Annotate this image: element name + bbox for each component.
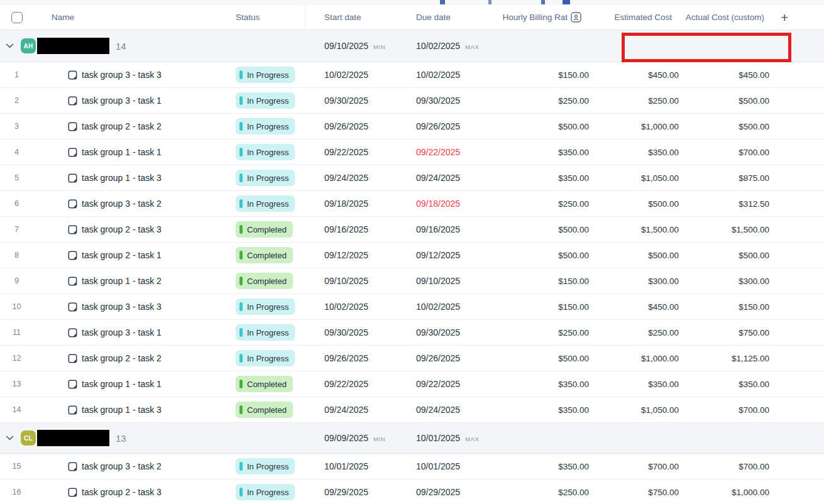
hourly-rate-cell[interactable]: $250.00 xyxy=(497,328,589,337)
task-name-cell[interactable]: task group 3 - task 1 xyxy=(33,96,229,106)
chevron-down-icon[interactable] xyxy=(6,43,14,48)
actual-cost-cell[interactable]: $350.00 xyxy=(679,380,769,389)
hourly-rate-cell[interactable]: $150.00 xyxy=(497,277,589,286)
task-name-cell[interactable]: task group 1 - task 3 xyxy=(33,405,229,415)
due-date-cell[interactable]: 10/02/2025 xyxy=(397,70,497,80)
task-name-cell[interactable]: task group 2 - task 2 xyxy=(33,121,229,131)
estimated-cost-cell[interactable]: $1,000.00 xyxy=(589,122,679,131)
task-name-cell[interactable]: task group 3 - task 2 xyxy=(33,199,229,209)
table-row[interactable]: 7task group 2 - task 3Completed09/16/202… xyxy=(0,217,824,243)
estimated-cost-cell[interactable]: $450.00 xyxy=(589,302,679,312)
actual-cost-cell[interactable]: $500.00 xyxy=(679,122,769,131)
task-name-cell[interactable]: task group 2 - task 3 xyxy=(33,487,229,497)
status-cell[interactable]: In Progress xyxy=(229,170,305,186)
hourly-rate-cell[interactable]: $250.00 xyxy=(497,199,589,209)
column-header-hourly-billing-rate[interactable]: Hourly Billing Rat xyxy=(497,5,589,30)
status-badge[interactable]: Completed xyxy=(236,247,293,263)
hourly-rate-cell[interactable]: $500.00 xyxy=(497,354,589,363)
table-row[interactable]: 3task group 2 - task 2In Progress09/26/2… xyxy=(0,114,824,140)
actual-cost-cell[interactable]: $1,125.00 xyxy=(679,354,769,363)
task-name-cell[interactable]: task group 2 - task 1 xyxy=(33,250,229,260)
table-row[interactable]: 6task group 3 - task 2In Progress09/18/2… xyxy=(0,191,824,217)
status-badge[interactable]: In Progress xyxy=(236,324,295,341)
hourly-rate-cell[interactable]: $350.00 xyxy=(497,405,589,415)
table-row[interactable]: 13task group 1 - task 1Completed09/22/20… xyxy=(0,371,824,397)
start-date-cell[interactable]: 09/30/2025 xyxy=(305,327,397,337)
group-due-date-cell[interactable]: 10/01/2025MAX xyxy=(397,433,497,443)
status-badge[interactable]: In Progress xyxy=(236,144,295,160)
actual-cost-cell[interactable]: $150.00 xyxy=(679,302,769,312)
actual-cost-cell[interactable]: $700.00 xyxy=(679,462,769,471)
table-row[interactable]: 9task group 1 - task 2Completed09/10/202… xyxy=(0,268,824,294)
start-date-cell[interactable]: 09/22/2025 xyxy=(305,147,397,157)
due-date-cell[interactable]: 09/22/2025 xyxy=(397,147,497,157)
table-row[interactable]: 5task group 1 - task 3In Progress09/24/2… xyxy=(0,165,824,191)
column-header-name[interactable]: Name xyxy=(33,5,229,30)
group-row[interactable]: CL1309/09/2025MIN10/01/2025MAX xyxy=(0,423,824,454)
estimated-cost-cell[interactable]: $750.00 xyxy=(589,488,679,497)
due-date-cell[interactable]: 09/30/2025 xyxy=(397,327,497,337)
actual-cost-cell[interactable]: $700.00 xyxy=(679,148,769,157)
estimated-cost-cell[interactable]: $1,050.00 xyxy=(589,405,679,415)
actual-cost-cell[interactable]: $500.00 xyxy=(679,96,769,106)
hourly-rate-cell[interactable]: $150.00 xyxy=(497,302,589,312)
table-row[interactable]: 14task group 1 - task 3Completed09/24/20… xyxy=(0,397,824,423)
actual-cost-cell[interactable]: $700.00 xyxy=(679,405,769,415)
hourly-rate-cell[interactable]: $350.00 xyxy=(497,462,589,471)
column-header-estimated-cost[interactable]: Estimated Cost xyxy=(589,5,679,30)
status-cell[interactable]: In Progress xyxy=(229,67,305,83)
start-date-cell[interactable]: 09/26/2025 xyxy=(305,121,397,131)
estimated-cost-cell[interactable]: $300.00 xyxy=(589,277,679,286)
select-all-checkbox[interactable] xyxy=(11,12,23,23)
estimated-cost-cell[interactable]: $1,500.00 xyxy=(589,225,679,234)
start-date-cell[interactable]: 09/16/2025 xyxy=(305,224,397,234)
column-header-start-date[interactable]: Start date xyxy=(305,5,397,30)
due-date-cell[interactable]: 09/24/2025 xyxy=(397,173,497,183)
status-badge[interactable]: In Progress xyxy=(236,92,295,109)
status-badge[interactable]: In Progress xyxy=(236,484,295,500)
due-date-cell[interactable]: 09/16/2025 xyxy=(397,224,497,234)
hourly-rate-cell[interactable]: $250.00 xyxy=(497,488,589,497)
start-date-cell[interactable]: 10/02/2025 xyxy=(305,70,397,80)
table-row[interactable]: 11task group 3 - task 1In Progress09/30/… xyxy=(0,320,824,346)
start-date-cell[interactable]: 09/12/2025 xyxy=(305,250,397,260)
actual-cost-cell[interactable]: $312.50 xyxy=(679,199,769,209)
estimated-cost-cell[interactable]: $350.00 xyxy=(589,380,679,389)
group-start-date-cell[interactable]: 09/10/2025MIN xyxy=(305,41,397,51)
status-badge[interactable]: Completed xyxy=(236,402,293,418)
task-name-cell[interactable]: task group 3 - task 2 xyxy=(33,461,229,471)
due-date-cell[interactable]: 09/24/2025 xyxy=(397,405,497,415)
start-date-cell[interactable]: 09/22/2025 xyxy=(305,379,397,389)
due-date-cell[interactable]: 09/10/2025 xyxy=(397,276,497,286)
status-cell[interactable]: In Progress xyxy=(229,484,305,500)
start-date-cell[interactable]: 09/26/2025 xyxy=(305,353,397,363)
status-cell[interactable]: In Progress xyxy=(229,299,305,315)
actual-cost-cell[interactable]: $875.00 xyxy=(679,173,769,183)
hourly-rate-cell[interactable]: $250.00 xyxy=(497,96,589,106)
status-cell[interactable]: In Progress xyxy=(229,92,305,109)
estimated-cost-cell[interactable]: $250.00 xyxy=(589,328,679,337)
estimated-cost-cell[interactable]: $1,050.00 xyxy=(589,173,679,183)
status-cell[interactable]: Completed xyxy=(229,247,305,263)
due-date-cell[interactable]: 09/22/2025 xyxy=(397,379,497,389)
task-name-cell[interactable]: task group 3 - task 3 xyxy=(33,302,229,312)
task-name-cell[interactable]: task group 1 - task 2 xyxy=(33,276,229,286)
column-header-status[interactable]: Status xyxy=(229,5,305,30)
hourly-rate-cell[interactable]: $350.00 xyxy=(497,380,589,389)
group-due-date-cell[interactable]: 10/02/2025MAX xyxy=(397,41,497,51)
due-date-cell[interactable]: 09/18/2025 xyxy=(397,199,497,209)
status-badge[interactable]: In Progress xyxy=(236,299,295,315)
actual-cost-cell[interactable]: $1,000.00 xyxy=(679,488,769,497)
status-badge[interactable]: In Progress xyxy=(236,195,295,212)
task-name-cell[interactable]: task group 1 - task 1 xyxy=(33,379,229,389)
estimated-cost-cell[interactable]: $500.00 xyxy=(589,199,679,209)
due-date-cell[interactable]: 09/29/2025 xyxy=(397,487,497,497)
status-badge[interactable]: In Progress xyxy=(236,170,295,186)
task-name-cell[interactable]: task group 1 - task 3 xyxy=(33,173,229,183)
due-date-cell[interactable]: 10/02/2025 xyxy=(397,302,497,312)
due-date-cell[interactable]: 09/26/2025 xyxy=(397,121,497,131)
table-row[interactable]: 1task group 3 - task 3In Progress10/02/2… xyxy=(0,62,824,88)
add-column-button[interactable]: + xyxy=(769,5,824,30)
status-cell[interactable]: In Progress xyxy=(229,324,305,341)
status-cell[interactable]: In Progress xyxy=(229,144,305,160)
